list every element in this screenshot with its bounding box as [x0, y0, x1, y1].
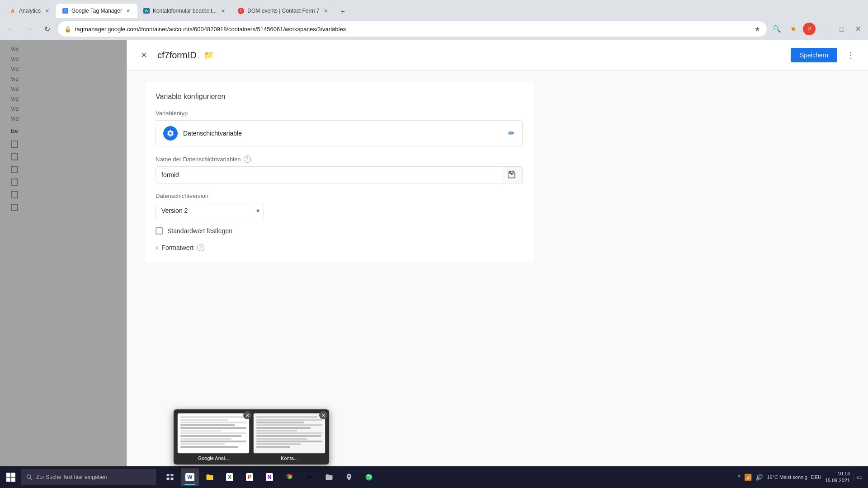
data-layer-help-icon[interactable]: ?: [244, 155, 251, 163]
taskbar-preview-popup: Google Anal... ✕ Konta... ✕: [174, 409, 329, 465]
back-button[interactable]: ←: [4, 22, 18, 36]
url-text: tagmanager.google.com/#container/account…: [75, 26, 751, 33]
wp-favicon: W: [143, 7, 150, 14]
files-icon: [325, 473, 333, 481]
system-tray: ^ 📶 🔊 19°C Meist sonnig DEU: [738, 474, 821, 481]
tab-wp-title: Kontaktformular bearbeit...: [153, 8, 217, 14]
minimize-icon[interactable]: —: [819, 23, 832, 35]
default-value-row: Standardwert festlegen: [156, 227, 523, 235]
config-title: Variable konfigurieren: [156, 93, 523, 101]
url-bar[interactable]: 🔒 tagmanager.google.com/#container/accou…: [58, 21, 767, 37]
svg-rect-2: [167, 478, 170, 480]
default-value-label: Standardwert festlegen: [167, 227, 232, 235]
preview-item-konta: Konta... ✕: [253, 413, 326, 461]
address-bar: ← → ↻ 🔒 tagmanager.google.com/#container…: [0, 18, 868, 40]
gear-svg-icon: [166, 129, 175, 137]
maximize-icon[interactable]: □: [835, 23, 848, 35]
taskbar-files-button[interactable]: [320, 468, 338, 486]
profile-icon[interactable]: P: [803, 23, 816, 35]
expand-arrow-icon: ›: [156, 244, 158, 252]
taskbar-explorer-button[interactable]: [201, 468, 219, 486]
preview-thumb-konta: [253, 413, 326, 454]
address-icons: 🔍 ★ P — □ ✕: [770, 23, 864, 35]
type-name: Datenschichtvariable: [183, 130, 503, 137]
data-layer-var-label: Name der Datenschichtvariablen ?: [156, 155, 523, 163]
panel-body: Variable konfigurieren Variablentyp Date…: [127, 71, 868, 466]
taskbar-chrome-button[interactable]: [280, 468, 298, 486]
formatwert-row[interactable]: › Formatwert ?: [156, 244, 523, 252]
preview-close-konta[interactable]: ✕: [319, 411, 327, 419]
dom-favicon: D: [237, 7, 245, 14]
default-value-checkbox[interactable]: [156, 227, 163, 235]
analytics-favicon: A: [9, 7, 16, 14]
tab-analytics[interactable]: A Analytics ✕: [4, 4, 56, 18]
show-desktop-button[interactable]: ▭: [854, 474, 863, 481]
save-button[interactable]: Speichern: [791, 48, 837, 62]
data-layer-var-select-button[interactable]: [502, 166, 523, 183]
taskbar-clock[interactable]: 10:14 15.09.2021: [825, 470, 850, 484]
more-options-button[interactable]: ⋮: [843, 47, 859, 63]
reload-button[interactable]: ↻: [40, 22, 54, 36]
tab-analytics-close[interactable]: ✕: [43, 7, 51, 14]
tab-gtm[interactable]: G Google Tag Manager ✕: [56, 4, 137, 18]
tab-bar: A Analytics ✕ G Google Tag Manager ✕ W K…: [0, 0, 868, 18]
data-layer-var-input-group: [156, 166, 523, 183]
windows-icon: [6, 473, 15, 482]
data-layer-version-label: Datenschichtversion: [156, 192, 523, 199]
bookmark-icon[interactable]: ★: [787, 23, 799, 35]
taskbar-onenote-button[interactable]: N: [260, 468, 278, 486]
preview-thumb-google: [177, 413, 250, 454]
taskbar-view-button[interactable]: [161, 468, 179, 486]
chrome-icon: [285, 473, 293, 481]
tab-dom-close[interactable]: ✕: [322, 7, 329, 14]
svg-rect-3: [171, 478, 174, 480]
panel-title: cf7formID: [157, 50, 197, 61]
variable-type-group: Variablentyp Datenschichtvariable ✏: [156, 110, 523, 146]
taskbar-items: W X P N ✂: [161, 468, 378, 486]
forward-button[interactable]: →: [22, 22, 36, 36]
preview-title-google: Google Anal...: [198, 455, 229, 461]
tab-gtm-close[interactable]: ✕: [125, 7, 132, 14]
taskbar-snip-button[interactable]: ✂: [300, 468, 318, 486]
data-layer-var-input[interactable]: [156, 166, 502, 183]
browser-chrome: A Analytics ✕ G Google Tag Manager ✕ W K…: [0, 0, 868, 40]
formatwert-help-icon[interactable]: ?: [197, 244, 204, 251]
taskbar-excel-button[interactable]: X: [221, 468, 239, 486]
taskbar-search-bar[interactable]: Zur Suche Text hier eingeben: [21, 469, 156, 485]
close-browser-icon[interactable]: ✕: [852, 23, 864, 35]
close-panel-button[interactable]: ✕: [136, 47, 152, 63]
panel-header: ✕ cf7formID 📁 Speichern ⋮: [127, 40, 868, 71]
data-layer-var-group: Name der Datenschichtvariablen ?: [156, 155, 523, 183]
preview-close-google[interactable]: ✕: [243, 411, 251, 419]
gtm-favicon: G: [61, 7, 69, 14]
edit-type-icon[interactable]: ✏: [508, 128, 515, 138]
taskbar-extras-button[interactable]: [340, 468, 358, 486]
preview-title-konta: Konta...: [281, 455, 298, 461]
new-tab-button[interactable]: +: [336, 5, 349, 18]
data-layer-version-group: Datenschichtversion Version 2 Version 1 …: [156, 192, 523, 218]
version-select[interactable]: Version 2 Version 1: [156, 203, 264, 218]
tray-network-icon[interactable]: 📶: [744, 474, 752, 481]
taskbar-ppt-button[interactable]: P: [241, 468, 259, 486]
extensions-icon[interactable]: 🔍: [770, 23, 783, 35]
taskbar: Zur Suche Text hier eingeben W X P N: [0, 466, 868, 488]
taskbar-spotify-button[interactable]: [360, 468, 378, 486]
tab-wp[interactable]: W Kontaktformular bearbeit... ✕: [137, 4, 232, 18]
taskview-icon: [166, 473, 174, 481]
folder-icon[interactable]: 📁: [204, 50, 214, 60]
tab-wp-close[interactable]: ✕: [219, 7, 226, 14]
spotify-icon: [365, 473, 373, 481]
tab-dom[interactable]: D DOM events | Contact Form 7 ✕: [232, 4, 335, 18]
taskbar-right: ^ 📶 🔊 19°C Meist sonnig DEU 10:14 15.09.…: [738, 470, 866, 484]
weather-text: 19°C Meist sonnig: [767, 474, 807, 480]
start-button[interactable]: [2, 468, 20, 486]
type-selector[interactable]: Datenschichtvariable ✏: [156, 120, 523, 146]
version-select-wrapper: Version 2 Version 1 ▾: [156, 203, 264, 218]
clock-date: 15.09.2021: [825, 477, 850, 484]
tab-dom-title: DOM events | Contact Form 7: [247, 8, 319, 14]
tray-up-arrow[interactable]: ^: [738, 474, 741, 481]
variable-panel: ✕ cf7formID 📁 Speichern ⋮ Variable konfi…: [127, 40, 868, 466]
taskbar-word-button[interactable]: W: [181, 468, 199, 486]
tray-sound-icon[interactable]: 🔊: [755, 474, 763, 481]
type-icon: [163, 126, 178, 141]
